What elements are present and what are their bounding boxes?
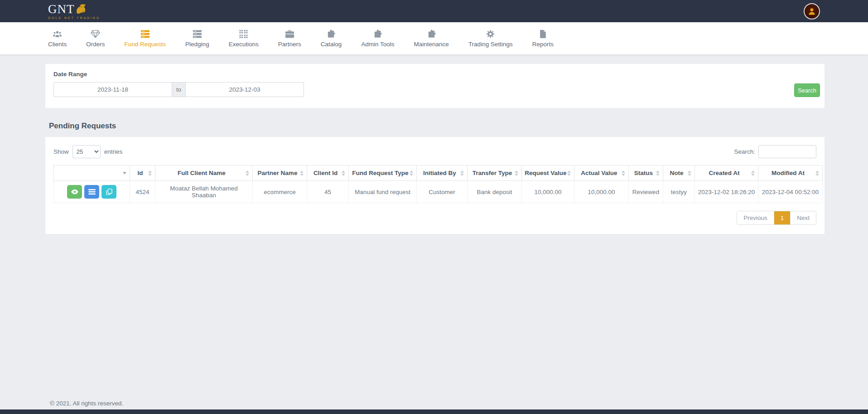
column-header-note[interactable]: Note bbox=[663, 166, 695, 181]
puzzle-icon bbox=[326, 29, 336, 39]
column-header-modified-at[interactable]: Modified At bbox=[758, 166, 823, 181]
nav-item-trading-settings[interactable]: Trading Settings bbox=[468, 29, 513, 48]
brand-name: GNT bbox=[48, 3, 75, 15]
nav-label: Orders bbox=[86, 41, 105, 48]
puzzle-icon bbox=[373, 29, 382, 39]
nav-item-fund-requests[interactable]: Fund Requests bbox=[125, 29, 166, 48]
stack-icon bbox=[193, 29, 202, 39]
table-search-label: Search: bbox=[734, 148, 755, 155]
column-header-initiated-by[interactable]: Initiated By bbox=[417, 166, 468, 181]
user-avatar-button[interactable] bbox=[804, 3, 820, 19]
table-row: 4524 Moataz Bellah Mohamed Shaaban ecomm… bbox=[54, 181, 823, 203]
cell-created-at: 2023-12-02 18:26:20 bbox=[695, 181, 758, 203]
nav-item-reports[interactable]: Reports bbox=[532, 29, 554, 48]
cell-id: 4524 bbox=[130, 181, 155, 203]
nav-label: Fund Requests bbox=[125, 41, 166, 48]
column-header-transfer-type[interactable]: Transfer Type bbox=[468, 166, 522, 181]
briefcase-icon bbox=[285, 29, 294, 39]
cell-transfer-type: Bank deposit bbox=[468, 181, 522, 203]
gear-icon bbox=[486, 29, 495, 39]
next-page-button[interactable]: Next bbox=[790, 211, 816, 224]
cell-modified-at: 2023-12-04 00:52:00 bbox=[758, 181, 823, 203]
nav-item-executions[interactable]: Executions bbox=[229, 29, 259, 48]
brand-logo[interactable]: GNT GOLD NET TRADING bbox=[48, 3, 100, 20]
sort-icon bbox=[246, 170, 249, 176]
table-header-row: Id Full Client Name Partner Name Client … bbox=[54, 166, 823, 181]
content-area: Date Range to Search Pending Requests Sh… bbox=[0, 54, 868, 234]
pending-requests-card: Show 25 entries Search: Id bbox=[45, 137, 825, 234]
table-controls: Show 25 entries Search: bbox=[53, 145, 816, 158]
clone-button[interactable] bbox=[101, 185, 116, 199]
view-button[interactable] bbox=[67, 185, 82, 199]
sort-desc-icon bbox=[123, 172, 126, 174]
page-title: Pending Requests bbox=[49, 122, 825, 131]
copyright-text: © 2021. All rights reserved. bbox=[50, 400, 123, 407]
nav-item-admin-tools[interactable]: Admin Tools bbox=[361, 29, 394, 48]
eye-icon bbox=[71, 189, 78, 195]
brand-tagline: GOLD NET TRADING bbox=[48, 17, 100, 20]
details-button[interactable] bbox=[84, 185, 99, 199]
cell-request-value: 10,000.00 bbox=[522, 181, 574, 203]
nav-label: Partners bbox=[278, 41, 301, 48]
nav-item-orders[interactable]: Orders bbox=[86, 29, 105, 48]
sort-icon bbox=[148, 170, 152, 176]
nav-label: Trading Settings bbox=[468, 41, 513, 48]
puzzle-icon bbox=[427, 29, 436, 39]
gem-icon bbox=[91, 29, 100, 39]
date-from-input[interactable] bbox=[53, 82, 172, 97]
copy-icon bbox=[106, 189, 113, 195]
column-header-status[interactable]: Status bbox=[629, 166, 663, 181]
cell-status: Reviewed bbox=[629, 181, 663, 203]
column-header-actions[interactable] bbox=[54, 166, 130, 181]
entries-label: entries bbox=[104, 148, 123, 155]
sort-icon bbox=[751, 170, 755, 176]
cell-fund-request-type: Manual fund request bbox=[349, 181, 417, 203]
actions-cell bbox=[54, 181, 130, 203]
nav-item-partners[interactable]: Partners bbox=[278, 29, 301, 48]
sort-icon bbox=[300, 170, 304, 176]
nav-label: Executions bbox=[229, 41, 259, 48]
sort-icon bbox=[656, 170, 660, 176]
nav-item-clients[interactable]: Clients bbox=[48, 29, 67, 48]
previous-page-button[interactable]: Previous bbox=[737, 211, 774, 224]
table-search-group: Search: bbox=[734, 145, 816, 158]
table-search-input[interactable] bbox=[758, 145, 816, 158]
column-header-partner-name[interactable]: Partner Name bbox=[253, 166, 307, 181]
page-size-select[interactable]: 25 bbox=[72, 145, 101, 158]
show-label: Show bbox=[53, 148, 69, 155]
nav-label: Pledging bbox=[185, 41, 209, 48]
column-header-created-at[interactable]: Created At bbox=[695, 166, 758, 181]
column-header-client-id[interactable]: Client Id bbox=[307, 166, 349, 181]
griffin-icon bbox=[74, 3, 87, 15]
cell-actual-value: 10,000.00 bbox=[574, 181, 629, 203]
column-header-actual-value[interactable]: Actual Value bbox=[574, 166, 629, 181]
nav-item-catalog[interactable]: Catalog bbox=[321, 29, 342, 48]
cell-partner-name: ecommerce bbox=[253, 181, 307, 203]
pagination: Previous 1 Next bbox=[53, 211, 816, 225]
page-size-group: Show 25 entries bbox=[53, 145, 122, 158]
person-icon bbox=[807, 7, 816, 16]
sort-icon bbox=[815, 170, 819, 176]
column-header-full-client-name[interactable]: Full Client Name bbox=[155, 166, 253, 181]
sort-icon bbox=[515, 170, 518, 176]
search-button[interactable]: Search bbox=[794, 83, 820, 97]
date-filter-card: Date Range to Search bbox=[45, 64, 825, 108]
cell-note: testyy bbox=[663, 181, 695, 203]
date-range-joiner: to bbox=[172, 82, 186, 97]
pending-requests-table: Id Full Client Name Partner Name Client … bbox=[53, 165, 823, 203]
nav-label: Reports bbox=[532, 41, 554, 48]
cell-full-client-name: Moataz Bellah Mohamed Shaaban bbox=[155, 181, 253, 203]
grid-icon bbox=[239, 29, 248, 39]
page-1-button[interactable]: 1 bbox=[774, 211, 791, 224]
column-header-fund-request-type[interactable]: Fund Request Type bbox=[349, 166, 417, 181]
nav-label: Admin Tools bbox=[361, 41, 394, 48]
bottom-strip bbox=[0, 409, 868, 414]
nav-item-pledging[interactable]: Pledging bbox=[185, 29, 209, 48]
cell-initiated-by: Customer bbox=[417, 181, 468, 203]
date-to-input[interactable] bbox=[186, 82, 304, 97]
column-header-id[interactable]: Id bbox=[130, 166, 155, 181]
column-header-request-value[interactable]: Request Value bbox=[522, 166, 574, 181]
nav-item-maintenance[interactable]: Maintenance bbox=[414, 29, 449, 48]
date-range-group: to bbox=[53, 82, 816, 97]
date-range-label: Date Range bbox=[53, 71, 816, 78]
